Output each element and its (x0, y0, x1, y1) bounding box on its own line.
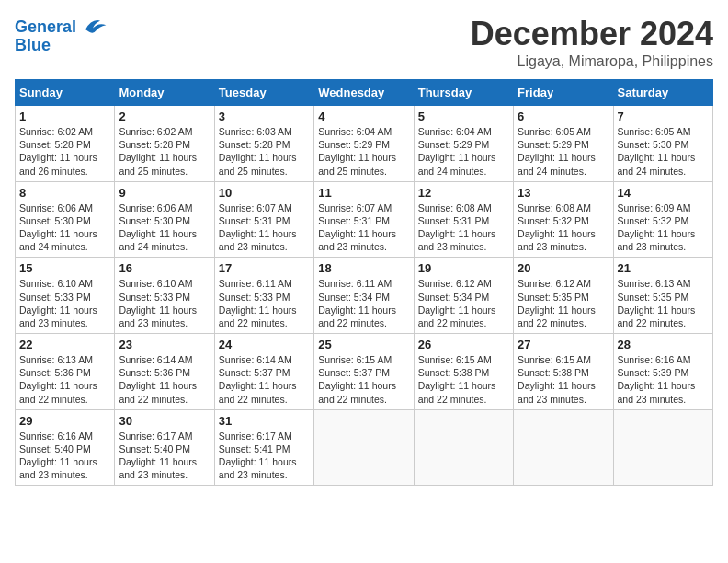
day-number: 1 (19, 109, 110, 123)
day-info: Sunrise: 6:10 AMSunset: 5:33 PMDaylight:… (19, 277, 110, 329)
logo: General Blue (15, 15, 108, 55)
calendar-cell: 12Sunrise: 6:08 AMSunset: 5:31 PMDayligh… (414, 181, 513, 258)
calendar-cell: 10Sunrise: 6:07 AMSunset: 5:31 PMDayligh… (214, 181, 313, 258)
calendar-cell: 20Sunrise: 6:12 AMSunset: 5:35 PMDayligh… (514, 258, 613, 334)
calendar-cell: 14Sunrise: 6:09 AMSunset: 5:32 PMDayligh… (613, 181, 712, 258)
day-info: Sunrise: 6:02 AMSunset: 5:28 PMDaylight:… (19, 125, 110, 178)
day-info: Sunrise: 6:07 AMSunset: 5:31 PMDaylight:… (219, 201, 310, 254)
day-info: Sunrise: 6:17 AMSunset: 5:40 PMDaylight:… (119, 430, 210, 482)
day-number: 3 (219, 109, 310, 123)
day-number: 31 (219, 414, 310, 428)
weekday-header-friday: Friday (514, 80, 613, 106)
day-number: 23 (119, 338, 210, 351)
calendar-cell: 27Sunrise: 6:15 AMSunset: 5:38 PMDayligh… (514, 334, 613, 410)
day-info: Sunrise: 6:13 AMSunset: 5:35 PMDaylight:… (618, 277, 709, 329)
calendar-cell: 11Sunrise: 6:07 AMSunset: 5:31 PMDayligh… (314, 181, 414, 258)
calendar-week-row: 22Sunrise: 6:13 AMSunset: 5:36 PMDayligh… (16, 334, 713, 410)
day-number: 18 (318, 261, 409, 275)
calendar-cell (414, 409, 513, 486)
day-number: 22 (19, 338, 110, 351)
calendar-cell: 8Sunrise: 6:06 AMSunset: 5:30 PMDaylight… (16, 181, 115, 258)
day-info: Sunrise: 6:08 AMSunset: 5:32 PMDaylight:… (518, 201, 609, 254)
day-number: 14 (618, 186, 709, 200)
day-info: Sunrise: 6:12 AMSunset: 5:35 PMDaylight:… (518, 277, 609, 329)
day-number: 13 (518, 186, 609, 200)
month-title: December 2024 (471, 15, 713, 53)
day-info: Sunrise: 6:06 AMSunset: 5:30 PMDaylight:… (19, 201, 110, 254)
logo-bird-icon (78, 15, 108, 40)
calendar-cell (514, 409, 613, 486)
calendar-cell: 25Sunrise: 6:15 AMSunset: 5:37 PMDayligh… (314, 334, 414, 410)
calendar-cell: 15Sunrise: 6:10 AMSunset: 5:33 PMDayligh… (16, 258, 115, 334)
day-number: 27 (518, 338, 609, 351)
calendar-cell (613, 409, 712, 486)
day-info: Sunrise: 6:05 AMSunset: 5:29 PMDaylight:… (518, 125, 609, 178)
page-header: General Blue December 2024 Ligaya, Mimar… (15, 15, 713, 70)
calendar-week-row: 29Sunrise: 6:16 AMSunset: 5:40 PMDayligh… (16, 409, 713, 486)
day-number: 29 (19, 414, 110, 428)
day-number: 9 (119, 186, 210, 200)
day-number: 21 (618, 261, 709, 275)
weekday-header-sunday: Sunday (16, 80, 115, 106)
day-number: 15 (19, 261, 110, 275)
day-info: Sunrise: 6:16 AMSunset: 5:40 PMDaylight:… (19, 430, 110, 482)
calendar-cell: 19Sunrise: 6:12 AMSunset: 5:34 PMDayligh… (414, 258, 513, 334)
weekday-header-row: SundayMondayTuesdayWednesdayThursdayFrid… (16, 80, 713, 106)
logo-blue-text: Blue (15, 37, 51, 55)
day-number: 2 (119, 109, 210, 123)
weekday-header-wednesday: Wednesday (314, 80, 414, 106)
day-info: Sunrise: 6:03 AMSunset: 5:28 PMDaylight:… (219, 125, 310, 178)
day-number: 30 (119, 414, 210, 428)
day-info: Sunrise: 6:17 AMSunset: 5:41 PMDaylight:… (219, 430, 310, 482)
day-info: Sunrise: 6:13 AMSunset: 5:36 PMDaylight:… (19, 353, 110, 406)
day-number: 5 (418, 109, 509, 123)
calendar-cell: 28Sunrise: 6:16 AMSunset: 5:39 PMDayligh… (613, 334, 712, 410)
calendar-cell: 5Sunrise: 6:04 AMSunset: 5:29 PMDaylight… (414, 106, 513, 182)
day-number: 7 (618, 109, 709, 123)
calendar-cell: 6Sunrise: 6:05 AMSunset: 5:29 PMDaylight… (514, 106, 613, 182)
calendar-cell: 3Sunrise: 6:03 AMSunset: 5:28 PMDaylight… (214, 106, 313, 182)
calendar-cell: 30Sunrise: 6:17 AMSunset: 5:40 PMDayligh… (115, 409, 214, 486)
day-number: 20 (518, 261, 609, 275)
day-number: 10 (219, 186, 310, 200)
calendar-week-row: 8Sunrise: 6:06 AMSunset: 5:30 PMDaylight… (16, 181, 713, 258)
day-info: Sunrise: 6:11 AMSunset: 5:34 PMDaylight:… (318, 277, 409, 329)
day-number: 28 (618, 338, 709, 351)
calendar-cell (314, 409, 414, 486)
day-info: Sunrise: 6:11 AMSunset: 5:33 PMDaylight:… (219, 277, 310, 329)
calendar-cell: 18Sunrise: 6:11 AMSunset: 5:34 PMDayligh… (314, 258, 414, 334)
day-info: Sunrise: 6:15 AMSunset: 5:38 PMDaylight:… (418, 353, 509, 406)
calendar-cell: 24Sunrise: 6:14 AMSunset: 5:37 PMDayligh… (214, 334, 313, 410)
day-info: Sunrise: 6:12 AMSunset: 5:34 PMDaylight:… (418, 277, 509, 329)
calendar-cell: 21Sunrise: 6:13 AMSunset: 5:35 PMDayligh… (613, 258, 712, 334)
day-info: Sunrise: 6:10 AMSunset: 5:33 PMDaylight:… (119, 277, 210, 329)
day-info: Sunrise: 6:08 AMSunset: 5:31 PMDaylight:… (418, 201, 509, 254)
day-info: Sunrise: 6:15 AMSunset: 5:37 PMDaylight:… (318, 353, 409, 406)
weekday-header-saturday: Saturday (613, 80, 712, 106)
day-number: 11 (318, 186, 409, 200)
calendar-cell: 7Sunrise: 6:05 AMSunset: 5:30 PMDaylight… (613, 106, 712, 182)
day-number: 12 (418, 186, 509, 200)
day-info: Sunrise: 6:16 AMSunset: 5:39 PMDaylight:… (618, 353, 709, 406)
calendar-cell: 4Sunrise: 6:04 AMSunset: 5:29 PMDaylight… (314, 106, 414, 182)
calendar-cell: 26Sunrise: 6:15 AMSunset: 5:38 PMDayligh… (414, 334, 513, 410)
day-number: 24 (219, 338, 310, 351)
calendar-cell: 1Sunrise: 6:02 AMSunset: 5:28 PMDaylight… (16, 106, 115, 182)
day-number: 16 (119, 261, 210, 275)
day-info: Sunrise: 6:07 AMSunset: 5:31 PMDaylight:… (318, 201, 409, 254)
day-info: Sunrise: 6:14 AMSunset: 5:37 PMDaylight:… (219, 353, 310, 406)
day-info: Sunrise: 6:06 AMSunset: 5:30 PMDaylight:… (119, 201, 210, 254)
calendar-cell: 23Sunrise: 6:14 AMSunset: 5:36 PMDayligh… (115, 334, 214, 410)
day-number: 17 (219, 261, 310, 275)
day-number: 26 (418, 338, 509, 351)
weekday-header-monday: Monday (115, 80, 214, 106)
calendar-week-row: 15Sunrise: 6:10 AMSunset: 5:33 PMDayligh… (16, 258, 713, 334)
day-number: 6 (518, 109, 609, 123)
calendar-table: SundayMondayTuesdayWednesdayThursdayFrid… (15, 79, 713, 486)
day-number: 19 (418, 261, 509, 275)
location: Ligaya, Mimaropa, Philippines (471, 53, 713, 70)
calendar-week-row: 1Sunrise: 6:02 AMSunset: 5:28 PMDaylight… (16, 106, 713, 182)
day-number: 8 (19, 186, 110, 200)
weekday-header-tuesday: Tuesday (214, 80, 313, 106)
title-block: December 2024 Ligaya, Mimaropa, Philippi… (471, 15, 713, 70)
